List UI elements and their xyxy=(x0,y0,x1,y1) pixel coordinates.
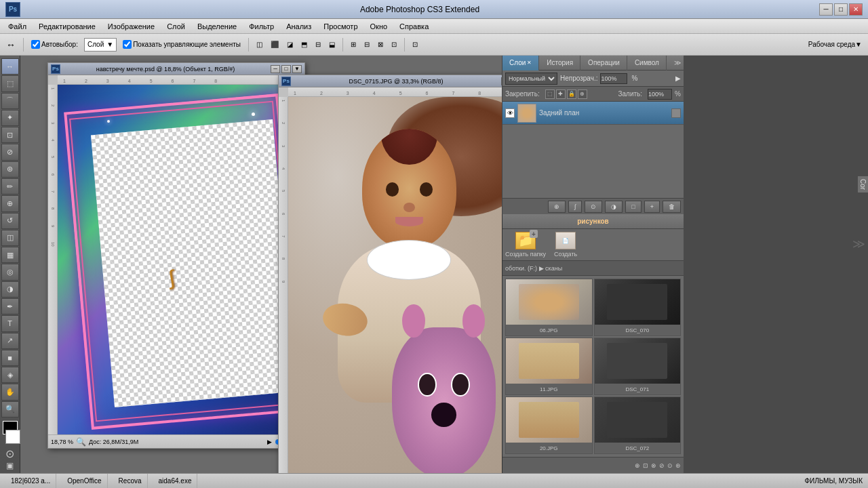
fill-input[interactable] xyxy=(648,89,672,100)
align-center-h-btn[interactable]: ⬛ xyxy=(267,37,282,53)
magic-wand-tool[interactable]: ✦ xyxy=(1,110,19,126)
move-tool[interactable]: ↔ xyxy=(1,58,19,75)
fill-layer-btn[interactable]: ◑ xyxy=(605,201,623,213)
browser-icon-5[interactable]: ⊙ xyxy=(667,462,673,469)
shape-tool[interactable]: ■ xyxy=(1,350,19,366)
eraser-tool[interactable]: ◫ xyxy=(1,230,19,246)
browser-icon-6[interactable]: ⊛ xyxy=(675,462,681,469)
quick-mask[interactable]: ⊙ xyxy=(5,447,14,460)
tab-operations[interactable]: Операции xyxy=(581,56,627,70)
layer-options-btn[interactable] xyxy=(671,108,681,118)
workspace-selector[interactable]: Рабочая среда ▼ xyxy=(805,37,865,53)
clone-stamp-tool[interactable]: ⊕ xyxy=(1,195,19,211)
lock-all-btn[interactable]: 🔒 xyxy=(567,89,576,99)
menu-analyze[interactable]: Анализ xyxy=(281,21,317,32)
doc1-canvas[interactable]: ∫ xyxy=(58,85,304,434)
doc2-controls[interactable]: ─ □ ✕ xyxy=(501,77,502,85)
doc1-maximize-btn[interactable]: □ xyxy=(281,65,291,73)
status-item-2[interactable]: Recova xyxy=(113,474,148,488)
layer-select-dropdown[interactable]: Слой ▼ xyxy=(84,38,117,52)
lasso-tool[interactable]: ⌒ xyxy=(1,93,19,109)
history-brush-tool[interactable]: ↺ xyxy=(1,213,19,229)
status-item-1[interactable]: OpenOffice xyxy=(62,474,107,488)
window-controls[interactable]: ─ □ ✕ xyxy=(819,3,863,16)
distribute-h-btn[interactable]: ⊞ xyxy=(347,37,359,53)
tab-symbol[interactable]: Символ xyxy=(628,56,667,70)
spot-heal-tool[interactable]: ⊛ xyxy=(1,161,19,178)
menu-filter[interactable]: Фильтр xyxy=(243,21,279,32)
create-folder-btn[interactable]: 📁 + Создать папку xyxy=(505,232,546,258)
doc1-scroll-right[interactable]: ▶ xyxy=(267,439,272,445)
thumb-item-3[interactable]: DSC_071 xyxy=(594,338,682,395)
path-select-tool[interactable]: ↗ xyxy=(1,333,19,349)
doc1-controls[interactable]: ─ □ ▼ xyxy=(271,65,302,73)
text-tool[interactable]: T xyxy=(1,315,19,331)
pen-tool[interactable]: ✒ xyxy=(1,298,19,314)
menu-window[interactable]: Окно xyxy=(365,21,393,32)
align-middle-btn[interactable]: ⊟ xyxy=(312,37,324,53)
thumb-item-5[interactable]: DSC_072 xyxy=(594,396,682,454)
panel-collapse-btn[interactable]: ≫ xyxy=(674,59,681,66)
group-btn[interactable]: □ xyxy=(625,201,641,213)
dodge-tool[interactable]: ◑ xyxy=(1,281,19,298)
status-item-3[interactable]: aida64.exe xyxy=(153,474,198,488)
doc1-menu-btn[interactable]: ▼ xyxy=(292,65,302,73)
align-left-btn[interactable]: ◫ xyxy=(253,37,266,53)
browser-icon-4[interactable]: ⊘ xyxy=(659,462,665,469)
align-bottom-btn[interactable]: ⬓ xyxy=(326,37,338,53)
lock-position-btn[interactable]: ✚ xyxy=(556,89,566,99)
doc2-minimize-btn[interactable]: ─ xyxy=(501,77,502,85)
layer-visibility-btn[interactable]: 👁 xyxy=(505,108,515,118)
opacity-slider-btn[interactable]: ▶ xyxy=(675,75,681,82)
doc1-minimize-btn[interactable]: ─ xyxy=(271,65,280,73)
close-button[interactable]: ✕ xyxy=(849,3,863,16)
align-top-btn[interactable]: ⬒ xyxy=(298,37,311,53)
thumb-item-0[interactable]: 06.JPG xyxy=(505,279,593,336)
crop-tool[interactable]: ⊡ xyxy=(1,127,19,143)
marquee-tool[interactable]: ⬚ xyxy=(1,75,19,92)
thumb-item-2[interactable]: 11.JPG xyxy=(505,338,593,395)
menu-help[interactable]: Справка xyxy=(394,21,434,32)
doc1-zoom-icon[interactable]: 🔍 xyxy=(76,437,86,447)
screen-mode[interactable]: ▣ xyxy=(6,461,14,470)
auto-align-btn[interactable]: ⊠ xyxy=(374,37,387,53)
zoom-tool[interactable]: 🔍 xyxy=(1,401,19,418)
maximize-button[interactable]: □ xyxy=(834,3,848,16)
tab-history[interactable]: История xyxy=(540,56,580,70)
browser-icon-2[interactable]: ⊡ xyxy=(643,462,648,469)
lock-pixels-btn[interactable]: ⬚ xyxy=(545,89,555,99)
tab-layers[interactable]: Слои ✕ xyxy=(502,56,539,70)
distribute-v-btn[interactable]: ⊟ xyxy=(361,37,373,53)
thumb-item-4[interactable]: 20.JPG xyxy=(505,396,593,454)
auto-blend-btn[interactable]: ⊡ xyxy=(388,37,400,53)
opacity-input[interactable] xyxy=(600,73,627,84)
add-style-btn[interactable]: ∫ xyxy=(568,201,582,213)
eyedropper-tool[interactable]: ⊘ xyxy=(1,144,19,160)
blend-mode-select[interactable]: Нормальный xyxy=(505,73,557,85)
menu-image[interactable]: Изображение xyxy=(102,21,160,32)
menu-file[interactable]: Файл xyxy=(3,21,32,32)
extra-tool[interactable]: ⊡ xyxy=(409,37,421,53)
thumb-item-1[interactable]: DSC_070 xyxy=(594,279,682,336)
browser-icon-1[interactable]: ⊕ xyxy=(635,462,640,469)
browser-icon-3[interactable]: ⊗ xyxy=(651,462,656,469)
layer-item-0[interactable]: 👁 Задний план xyxy=(502,102,684,125)
show-elements-checkbox[interactable]: Показать управляющие элементы xyxy=(119,37,244,53)
new-layer-btn[interactable]: + xyxy=(644,201,660,213)
auto-select-checkbox[interactable] xyxy=(31,40,40,49)
minimize-button[interactable]: ─ xyxy=(819,3,833,16)
menu-select[interactable]: Выделение xyxy=(192,21,242,32)
hand-tool[interactable]: ✋ xyxy=(1,384,19,400)
menu-layer[interactable]: Слой xyxy=(161,21,191,32)
create-btn[interactable]: 📄 Создать xyxy=(554,232,577,258)
add-mask-btn[interactable]: ⊙ xyxy=(585,201,602,213)
link-layers-btn[interactable]: ⊕ xyxy=(548,201,566,213)
layers-tab-close[interactable]: ✕ xyxy=(527,60,532,66)
lock-filter-btn[interactable]: ⊕ xyxy=(578,89,587,99)
brush-tool[interactable]: ✏ xyxy=(1,178,19,195)
blur-tool[interactable]: ◎ xyxy=(1,264,19,280)
move-tool-options[interactable]: ↔ xyxy=(3,37,19,53)
menu-view[interactable]: Просмотр xyxy=(318,21,363,32)
delete-layer-btn[interactable]: 🗑 xyxy=(663,201,681,213)
gradient-tool[interactable]: ▦ xyxy=(1,247,19,263)
